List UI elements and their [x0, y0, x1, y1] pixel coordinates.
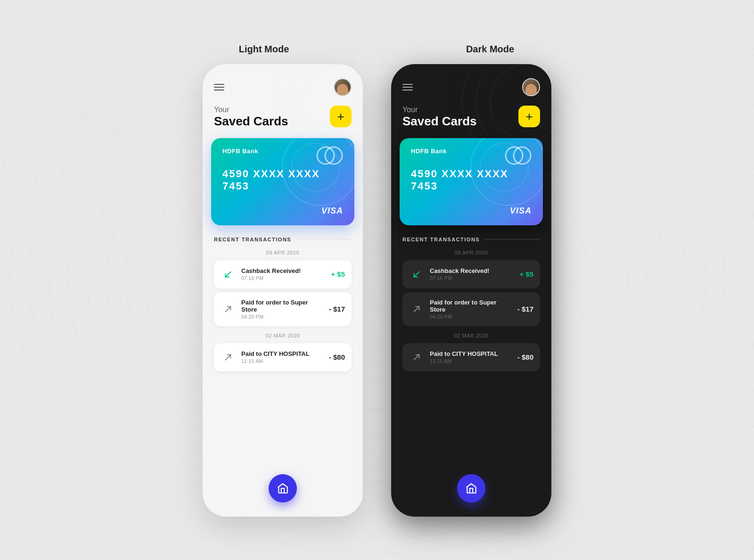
dark-tx-hospital[interactable]: Paid to CITY HOSPITAL 11:15 AM - $80 [402, 343, 540, 371]
svg-line-15 [414, 272, 419, 277]
dark-tx-icon-hospital [409, 350, 424, 365]
light-date-group-2: 02 MAR 2020 Paid to CITY HOSPITAL 11:15 … [214, 333, 352, 371]
dark-mode-label: Dark Mode [410, 44, 570, 55]
light-tx-icon-hospital [221, 350, 236, 365]
light-tx-amount-cashback: + $5 [331, 270, 345, 278]
light-card-brand: VISA [222, 206, 343, 216]
light-title-main: Saved Cards [214, 114, 288, 129]
light-transactions-title: RECENT TRANSACTIONS [214, 237, 291, 242]
dark-home-btn-wrapper [391, 465, 551, 517]
light-date-group-1: 09 APR 2020 Cashback Received! 07:16 PM … [214, 250, 352, 326]
light-title-section: Your Saved Cards + [203, 101, 363, 138]
dark-home-button[interactable] [457, 474, 485, 502]
light-add-button[interactable]: + [330, 106, 352, 127]
svg-line-17 [414, 354, 419, 360]
light-tx-name-hospital: Paid to CITY HOSPITAL [241, 350, 323, 357]
dark-credit-card[interactable]: HDFB Bank 4590 XXXX XXXX 7453 VISA [400, 138, 543, 225]
light-tx-time-superstore: 04:20 PM [241, 314, 323, 320]
dark-transactions-header: RECENT TRANSACTIONS [402, 237, 540, 242]
dark-tx-time-hospital: 11:15 AM [430, 358, 512, 364]
dark-tx-cashback[interactable]: Cashback Received! 07:16 PM + $5 [402, 260, 540, 288]
dark-tx-info-superstore: Paid for order to Super Store 04:20 PM [430, 299, 512, 320]
light-transactions-line [296, 239, 352, 239]
dark-transactions-line [484, 239, 540, 239]
dark-title-text: Your Saved Cards [402, 106, 477, 129]
dark-tx-info-cashback: Cashback Received! 07:16 PM [430, 267, 514, 281]
light-mode-label: Light Mode [184, 44, 344, 55]
mode-labels: Light Mode Dark Mode [151, 44, 603, 55]
dark-tx-name-hospital: Paid to CITY HOSPITAL [430, 350, 512, 357]
light-tx-info-hospital: Paid to CITY HOSPITAL 11:15 AM [241, 350, 323, 364]
light-credit-card[interactable]: HDFB Bank 4590 XXXX XXXX 7453 VISA [211, 138, 354, 225]
light-tx-amount-hospital: - $80 [329, 353, 345, 361]
hamburger-menu[interactable] [214, 84, 224, 91]
avatar[interactable] [334, 78, 352, 96]
dark-mode-phone: Your Saved Cards + HDFB Bank [391, 64, 551, 517]
dark-title-section: Your Saved Cards + [391, 101, 551, 138]
svg-line-16 [414, 306, 419, 312]
dark-tx-icon-superstore [409, 302, 424, 317]
dark-card-symbol [503, 145, 533, 168]
light-title-your: Your [214, 106, 288, 114]
light-tx-time-cashback: 07:16 PM [241, 275, 325, 281]
dark-tx-name-superstore: Paid for order to Super Store [430, 299, 512, 313]
dark-card-section: HDFB Bank 4590 XXXX XXXX 7453 VISA [391, 138, 551, 237]
svg-line-6 [226, 272, 231, 277]
dark-card-number: 4590 XXXX XXXX 7453 [411, 168, 532, 192]
dark-avatar[interactable] [522, 78, 540, 96]
light-home-button[interactable] [269, 474, 297, 502]
dark-hamburger-menu[interactable] [402, 84, 413, 91]
light-title-text: Your Saved Cards [214, 106, 288, 129]
dark-card-wrapper: HDFB Bank 4590 XXXX XXXX 7453 VISA [400, 138, 543, 225]
light-tx-amount-superstore: - $17 [329, 305, 345, 313]
light-date-1: 09 APR 2020 [214, 250, 352, 255]
light-home-btn-wrapper [203, 465, 363, 517]
dark-tx-info-hospital: Paid to CITY HOSPITAL 11:15 AM [430, 350, 512, 364]
dark-tx-icon-cashback [409, 267, 424, 282]
dark-tx-amount-superstore: - $17 [517, 305, 533, 313]
dark-add-button[interactable]: + [518, 106, 540, 127]
light-tx-time-hospital: 11:15 AM [241, 358, 323, 364]
light-transactions-section: RECENT TRANSACTIONS 09 APR 2020 Cashback… [203, 237, 363, 465]
dark-tx-amount-cashback: + $5 [519, 270, 533, 278]
dark-transactions-title: RECENT TRANSACTIONS [402, 237, 480, 242]
dark-tx-amount-hospital: - $80 [517, 353, 533, 361]
dark-date-group-1: 09 APR 2020 Cashback Received! 07:16 PM … [402, 250, 540, 326]
light-transactions-header: RECENT TRANSACTIONS [214, 237, 352, 242]
light-card-number: 4590 XXXX XXXX 7453 [222, 168, 343, 192]
light-card-wrapper: HDFB Bank 4590 XXXX XXXX 7453 VISA [211, 138, 354, 225]
light-mode-phone: Your Saved Cards + HDFB Bank [203, 64, 363, 517]
dark-tx-superstore[interactable]: Paid for order to Super Store 04:20 PM -… [402, 292, 540, 326]
light-header [203, 64, 363, 101]
dark-title-main: Saved Cards [402, 114, 477, 129]
svg-line-7 [226, 306, 231, 312]
dark-card-brand: VISA [411, 206, 532, 216]
light-tx-name-cashback: Cashback Received! [241, 267, 325, 274]
light-tx-info-cashback: Cashback Received! 07:16 PM [241, 267, 325, 281]
light-tx-info-superstore: Paid for order to Super Store 04:20 PM [241, 299, 323, 320]
dark-transactions-section: RECENT TRANSACTIONS 09 APR 2020 Cashback… [391, 237, 551, 465]
dark-date-1: 09 APR 2020 [402, 250, 540, 255]
light-tx-name-superstore: Paid for order to Super Store [241, 299, 323, 313]
dark-date-group-2: 02 MAR 2020 Paid to CITY HOSPITAL 11:15 … [402, 333, 540, 371]
dark-tx-name-cashback: Cashback Received! [430, 267, 514, 274]
light-tx-hospital[interactable]: Paid to CITY HOSPITAL 11:15 AM - $80 [214, 343, 352, 371]
dark-tx-time-superstore: 04:20 PM [430, 314, 512, 320]
light-card-symbol [314, 145, 345, 168]
svg-line-8 [226, 354, 231, 360]
light-date-2: 02 MAR 2020 [214, 333, 352, 338]
light-tx-cashback[interactable]: Cashback Received! 07:16 PM + $5 [214, 260, 352, 288]
light-tx-icon-cashback [221, 267, 236, 282]
phones-container: Your Saved Cards + HDFB Bank [203, 64, 551, 517]
light-tx-superstore[interactable]: Paid for order to Super Store 04:20 PM -… [214, 292, 352, 326]
dark-title-your: Your [402, 106, 477, 114]
dark-tx-time-cashback: 07:16 PM [430, 275, 514, 281]
light-card-section: HDFB Bank 4590 XXXX XXXX 7453 VISA [203, 138, 363, 237]
dark-header [391, 64, 551, 101]
light-tx-icon-superstore [221, 302, 236, 317]
dark-date-2: 02 MAR 2020 [402, 333, 540, 338]
